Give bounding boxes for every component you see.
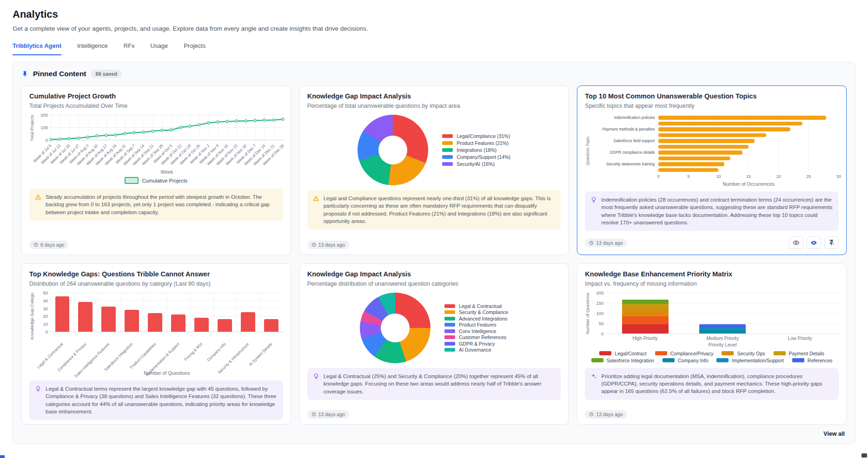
y-axis-ticks: 0100200 (36, 115, 51, 140)
stacked-bar (777, 293, 823, 334)
bar (658, 162, 724, 166)
legend-item: Advanced Integrations (444, 316, 508, 321)
bar-row (591, 121, 839, 127)
legend-swatch (792, 358, 804, 362)
bar-plot (51, 293, 283, 332)
card-subtitle: Impact vs. frequency of missing informat… (585, 281, 839, 287)
y-axis-label: Total Projects (29, 115, 36, 141)
data-point (49, 138, 53, 141)
card-knowledge-gap-impact-analysis[interactable]: Knowledge Gap Impact AnalysisPercentage … (299, 263, 569, 425)
horizontal-scrollbar-thumb[interactable] (861, 453, 867, 458)
clock-icon (311, 412, 316, 417)
card-subtitle: Percentage of total unanswerable questio… (307, 103, 561, 109)
legend-item: Product Features (444, 322, 508, 327)
legend-label: Company/Support (14%) (457, 154, 510, 160)
data-point (86, 136, 89, 139)
bar (78, 302, 93, 332)
clock-icon (311, 242, 316, 247)
clock-icon (33, 242, 38, 247)
bar-segment (622, 309, 669, 316)
legend-item: Security & Compliance (444, 309, 508, 315)
card-subtitle: Total Projects Accumulated Over Time (29, 103, 283, 109)
legend-item: Compliance/Privacy (655, 351, 714, 356)
timestamp-text: 6 days ago (40, 242, 64, 248)
analytics-page: Analytics Get a complete view of your ag… (0, 0, 868, 444)
card-subtitle: Percentage distribution of unanswered qu… (307, 281, 561, 287)
y-tick: 100 (40, 125, 48, 130)
eye-button[interactable] (789, 236, 803, 249)
legend-swatch (599, 351, 611, 355)
shared-eye-button[interactable] (807, 236, 821, 249)
unpin-button[interactable] (824, 236, 839, 249)
stacked-bar (699, 293, 746, 334)
tab-rfx[interactable]: RFx (124, 42, 135, 55)
bar-row: Security awareness training (591, 161, 839, 167)
legend-label: Integrations (18%) (457, 147, 497, 153)
legend-item: Product Features (21%) (442, 140, 510, 146)
x-tick: 0 (657, 174, 660, 179)
warning-icon (35, 194, 41, 216)
insight-box: Legal & Contractual (25%) and Security &… (307, 368, 561, 400)
legend-swatch (444, 329, 455, 333)
saved-count-badge: 66 saved (91, 70, 122, 78)
insight-box: Legal & Contractual terms represent the … (29, 380, 283, 420)
bar (658, 122, 802, 126)
legend-item: Customer References (444, 334, 508, 340)
legend-label: Security/AI (16%) (457, 161, 495, 167)
legend-item: Security Ops (722, 351, 765, 356)
pinned-title: Pinned Content (33, 70, 86, 78)
tab-projects[interactable]: Projects (184, 42, 205, 55)
tab-tribblytics-agent[interactable]: Tribblytics Agent (13, 42, 61, 55)
clock-icon (589, 412, 594, 417)
bar-segment (622, 316, 669, 325)
card-subtitle: Specific topics that appear most frequen… (585, 103, 839, 109)
legend-item: Conv Intelligence (444, 328, 508, 334)
x-tick: 10 (716, 174, 721, 179)
y-axis-label: Number of Questions (585, 293, 591, 334)
timestamp-badge: 13 days ago (585, 239, 627, 247)
card-title: Knowledge Gap Impact Analysis (307, 270, 561, 278)
view-all-link[interactable]: View all (21, 431, 847, 437)
card-knowledge-base-enhancement-priority-matrix[interactable]: Knowledge Base Enhancement Priority Matr… (577, 263, 847, 425)
bar-segment (699, 330, 746, 334)
bar (148, 313, 162, 332)
bar-row: GDPR compliance details (591, 150, 839, 156)
bar-row (591, 167, 839, 173)
insight-box: Legal and Compliance questions represent… (307, 190, 561, 229)
chart-bar: Question TopicIndemnification policiesPa… (585, 115, 839, 187)
tab-intelligence[interactable]: Intelligence (77, 42, 108, 55)
bar-segment (622, 304, 669, 309)
legend-label: Security & Compliance (459, 309, 508, 315)
insight-text: Prioritize adding legal documentation (M… (601, 373, 833, 395)
legend-item: Security/AI (16%) (442, 161, 510, 167)
legend-label: Security Ops (737, 351, 765, 356)
bar-row (591, 132, 839, 138)
y-tick: 50 (43, 290, 48, 295)
legend-swatch (442, 148, 453, 152)
legend-swatch (444, 317, 455, 321)
y-tick: 0 (46, 329, 48, 334)
card-knowledge-gap-impact-analysis[interactable]: Knowledge Gap Impact AnalysisPercentage … (299, 85, 569, 255)
legend-label: Conv Intelligence (459, 328, 497, 334)
legend-swatch (655, 351, 667, 355)
legend-swatch (722, 351, 734, 355)
bar-segment (622, 300, 669, 304)
legend-swatch (442, 134, 453, 138)
card-title: Knowledge Gap Impact Analysis (307, 92, 561, 100)
card-cumulative-project-growth[interactable]: Cumulative Project GrowthTotal Projects … (21, 85, 291, 255)
line-plot (51, 115, 283, 140)
horizontal-scrollbar-left[interactable] (0, 455, 5, 458)
sparkles-icon (590, 373, 597, 395)
legend-label: Customer References (459, 334, 506, 340)
timestamp-badge: 13 days ago (307, 410, 349, 419)
card-actions (789, 236, 839, 249)
bar (218, 319, 232, 332)
eye-icon (793, 239, 800, 246)
card-top-knowledge-gaps-questions-tribble-cannot-answer[interactable]: Top Knowledge Gaps: Questions Tribble Ca… (21, 263, 291, 425)
tab-usage[interactable]: Usage (151, 42, 168, 55)
legend-label: Advanced Integrations (459, 316, 508, 321)
y-tick: 150 (596, 301, 603, 306)
card-top-10-most-common-unanswerable-question-topics[interactable]: Top 10 Most Common Unanswerable Question… (577, 85, 847, 255)
x-axis-labels: Legal & ContractualCompliance & PrivacyS… (51, 340, 283, 369)
page-subtitle: Get a complete view of your agents, proj… (13, 25, 855, 32)
